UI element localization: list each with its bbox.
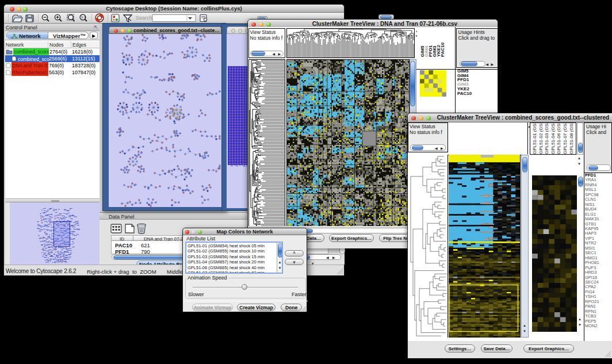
svg-text:1:1: 1:1 — [81, 16, 86, 19]
svg-text:Search:: Search: — [136, 15, 154, 21]
